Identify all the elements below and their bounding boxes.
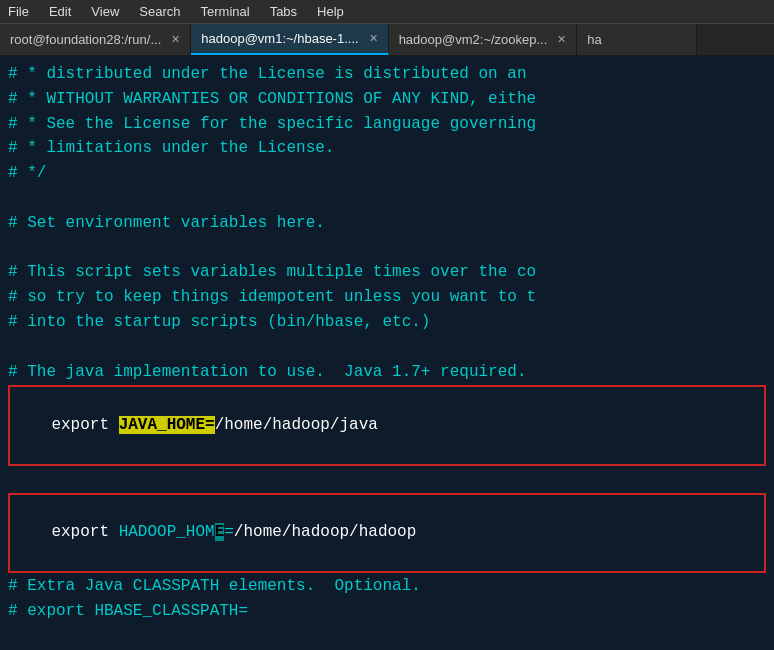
line-2: # * WITHOUT WARRANTIES OR CONDITIONS OF … [8, 87, 766, 112]
tab-0-close[interactable]: ✕ [171, 33, 180, 46]
line-16-export-hadoop: export HADOOP_HOME=/home/hadoop/hadoop [8, 493, 766, 573]
menu-help[interactable]: Help [313, 2, 348, 21]
tab-3[interactable]: ha [577, 24, 697, 55]
hadoop-home-key-suffix: = [224, 523, 234, 541]
line-10: # so try to keep things idempotent unles… [8, 285, 766, 310]
line-9: # This script sets variables multiple ti… [8, 260, 766, 285]
line-blank-3 [8, 335, 766, 360]
line-13: # The java implementation to use. Java 1… [8, 360, 766, 385]
menu-terminal[interactable]: Terminal [197, 2, 254, 21]
line-18: # export HBASE_CLASSPATH= [8, 599, 766, 624]
line-blank-2 [8, 236, 766, 261]
hadoop-home-cursor: E [215, 523, 225, 541]
menu-tabs[interactable]: Tabs [266, 2, 301, 21]
tab-2-close[interactable]: ✕ [557, 33, 566, 46]
menu-edit[interactable]: Edit [45, 2, 75, 21]
menubar: File Edit View Search Terminal Tabs Help [0, 0, 774, 24]
tab-1-label: hadoop@vm1:~/hbase-1.... [201, 31, 358, 46]
editor: # * distributed under the License is dis… [0, 56, 774, 650]
line-14-export-java: export JAVA_HOME=/home/hadoop/java [8, 385, 766, 465]
line-blank-5 [8, 624, 766, 649]
line-11: # into the startup scripts (bin/hbase, e… [8, 310, 766, 335]
line-blank-1 [8, 186, 766, 211]
menu-view[interactable]: View [87, 2, 123, 21]
tab-1-close[interactable]: ✕ [369, 32, 378, 45]
export-keyword-2: export [51, 523, 118, 541]
line-17: # Extra Java CLASSPATH elements. Optiona… [8, 574, 766, 599]
line-4: # * limitations under the License. [8, 136, 766, 161]
tab-3-label: ha [587, 32, 601, 47]
tab-1[interactable]: hadoop@vm1:~/hbase-1.... ✕ [191, 24, 388, 55]
menu-file[interactable]: File [4, 2, 33, 21]
hadoop-home-value: /home/hadoop/hadoop [234, 523, 416, 541]
tab-2[interactable]: hadoop@vm2:~/zookep... ✕ [389, 24, 578, 55]
line-blank-4 [8, 467, 766, 492]
line-3: # * See the License for the specific lan… [8, 112, 766, 137]
hadoop-home-key-prefix: HADOOP_HOM [119, 523, 215, 541]
menu-search[interactable]: Search [135, 2, 184, 21]
line-5: # */ [8, 161, 766, 186]
tabbar: root@foundation28:/run/... ✕ hadoop@vm1:… [0, 24, 774, 56]
java-home-value: /home/hadoop/java [215, 416, 378, 434]
tab-0[interactable]: root@foundation28:/run/... ✕ [0, 24, 191, 55]
java-home-key: JAVA_HOME= [119, 416, 215, 434]
tab-2-label: hadoop@vm2:~/zookep... [399, 32, 548, 47]
tab-0-label: root@foundation28:/run/... [10, 32, 161, 47]
export-keyword: export [51, 416, 118, 434]
line-1: # * distributed under the License is dis… [8, 62, 766, 87]
line-7: # Set environment variables here. [8, 211, 766, 236]
